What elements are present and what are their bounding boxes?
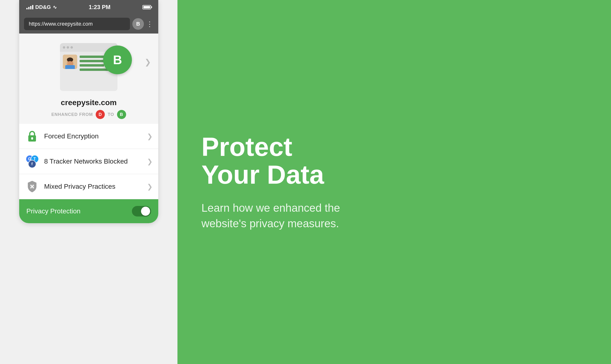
battery-fill	[143, 6, 150, 8]
ddg-badge-letter: B	[113, 53, 122, 67]
tracker-icons: G T f	[25, 154, 39, 169]
mixed-privacy-item[interactable]: Mixed Privacy Practices ❯	[19, 174, 158, 199]
phone-content: B ❯ creepysite.com ENHANCED FROM D TO B	[19, 34, 158, 223]
svg-point-4	[68, 61, 72, 65]
forced-encryption-label: Forced Encryption	[44, 132, 147, 140]
facebook-tracker-icon: f	[28, 160, 36, 168]
shield-x-svg	[27, 180, 37, 193]
svg-rect-8	[31, 137, 33, 140]
browser-line	[80, 68, 109, 71]
browser-dot-2	[67, 46, 69, 49]
phone-frame: DD&G ∿ 1:23 PM https://www.creepysite.co…	[19, 0, 158, 223]
browser-avatar	[63, 55, 77, 69]
forced-encryption-item[interactable]: Forced Encryption ❯	[19, 124, 158, 149]
right-panel: Protect Your Data Learn how we enhanced …	[178, 0, 611, 364]
left-panel: DD&G ∿ 1:23 PM https://www.creepysite.co…	[0, 0, 178, 364]
to-label: TO	[108, 112, 114, 117]
url-bar[interactable]: https://www.creepysite.com B ⋮	[19, 14, 158, 34]
signal-bar-1	[26, 8, 28, 9]
lock-svg	[27, 130, 37, 143]
time-display: 1:23 PM	[89, 4, 111, 11]
ddg-grade-label: B	[136, 21, 140, 27]
grade-from-badge: D	[96, 110, 105, 119]
more-options-button[interactable]: ⋮	[146, 20, 153, 28]
headline-line2: Your Data	[201, 161, 587, 188]
site-domain: creepysite.com	[24, 98, 153, 107]
browser-dot-3	[70, 46, 73, 49]
mixed-privacy-label: Mixed Privacy Practices	[44, 183, 147, 190]
tracker-networks-label: 8 Tracker Networks Blocked	[44, 157, 147, 165]
browser-line	[80, 64, 104, 66]
battery-icon	[142, 5, 151, 9]
signal-bars	[26, 5, 33, 9]
svg-rect-5	[65, 65, 75, 69]
feature-list: Forced Encryption ❯ G T f 8 Tracker Netw…	[19, 124, 158, 199]
status-right	[142, 5, 151, 9]
tracker-icons-group: G T f	[26, 155, 39, 168]
enhanced-from-label: ENHANCED FROM	[51, 112, 93, 117]
lock-icon	[25, 129, 39, 143]
svg-point-6	[65, 62, 68, 65]
grade-from-letter: D	[98, 112, 102, 117]
signal-bar-2	[28, 7, 29, 9]
ddg-grade-button[interactable]: B	[132, 18, 144, 30]
shield-x-icon	[25, 179, 39, 194]
carrier-label: DD&G	[35, 4, 51, 10]
privacy-toggle[interactable]	[132, 206, 151, 217]
forced-encryption-chevron: ❯	[147, 132, 153, 140]
url-text: https://www.creepysite.com	[29, 21, 93, 27]
wifi-icon: ∿	[53, 4, 57, 10]
browser-illustration[interactable]: B ❯	[19, 34, 158, 96]
grade-to-letter: B	[120, 112, 123, 117]
site-name-section: creepysite.com ENHANCED FROM D TO B	[19, 96, 158, 124]
browser-dot-1	[63, 46, 65, 49]
enhanced-row: ENHANCED FROM D TO B	[24, 110, 153, 119]
illustration-chevron[interactable]: ❯	[145, 57, 151, 66]
status-bar: DD&G ∿ 1:23 PM	[19, 0, 158, 14]
url-input[interactable]: https://www.creepysite.com	[24, 18, 130, 30]
main-subtext: Learn how we enhanced the website's priv…	[201, 200, 364, 231]
status-left: DD&G ∿	[26, 4, 57, 10]
avatar-svg	[63, 55, 77, 69]
tracker-networks-chevron: ❯	[147, 157, 153, 166]
main-headline: Protect Your Data	[201, 133, 587, 188]
mixed-privacy-chevron: ❯	[147, 183, 153, 191]
privacy-protection-bar: Privacy Protection	[19, 199, 158, 223]
toggle-knob	[141, 207, 150, 216]
grade-to-badge: B	[117, 110, 126, 119]
ddg-badge: B	[103, 46, 132, 74]
signal-bar-3	[30, 6, 31, 9]
signal-bar-4	[32, 5, 33, 9]
headline-line1: Protect	[201, 133, 587, 161]
privacy-bar-label: Privacy Protection	[26, 207, 81, 215]
tracker-networks-item[interactable]: G T f 8 Tracker Networks Blocked ❯	[19, 149, 158, 174]
